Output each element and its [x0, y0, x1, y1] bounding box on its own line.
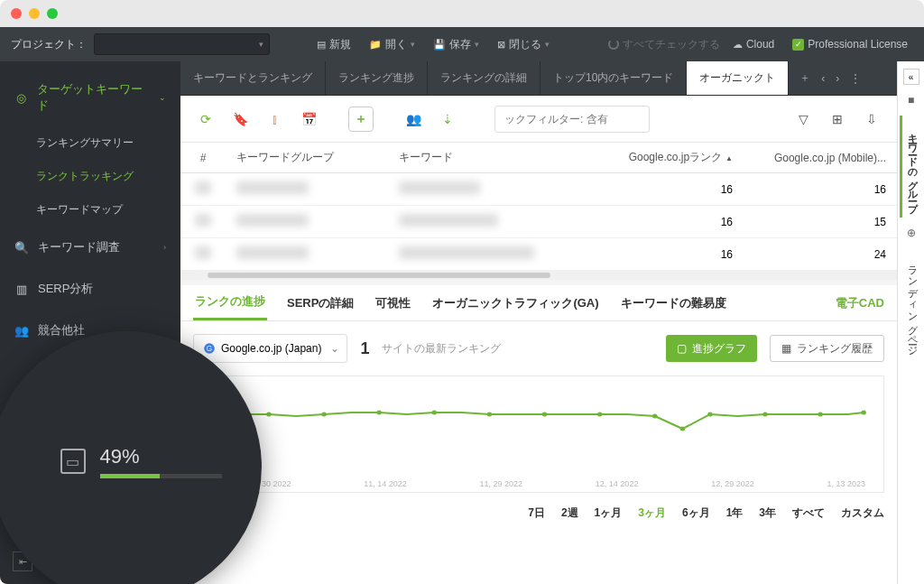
chart-controls: G Google.co.jp (Japan) 1 サイトの最新ランキング ▢進捗… [180, 321, 897, 375]
vtab-landing-pages[interactable]: ランディングページ [900, 248, 923, 362]
dtab-visibility[interactable]: 可視性 [374, 285, 412, 320]
project-label: プロジェクト： [11, 37, 87, 52]
progress-bar [100, 474, 222, 478]
tab-menu-button[interactable]: ⋮ [846, 72, 864, 85]
open-button[interactable]: 📁開く▾ [364, 37, 420, 52]
target-icon: ◎ [14, 91, 28, 105]
dtab-cad-label: 電子CAD [836, 295, 884, 311]
chart-date: 1, 13 2023 [827, 479, 865, 488]
tab-top10-keywords[interactable]: トップ10内のキーワード [541, 61, 687, 95]
range-custom[interactable]: カスタム [841, 505, 884, 521]
range-all[interactable]: すべて [792, 505, 825, 521]
check-all-label: すべてチェックする [623, 37, 720, 52]
project-select[interactable]: ▾ [94, 33, 270, 55]
tab-ranking-details[interactable]: ランキングの詳細 [428, 61, 541, 95]
cloud-button[interactable]: ☁Cloud [727, 38, 780, 51]
dtab-difficulty[interactable]: キーワードの難易度 [619, 285, 728, 320]
col-group[interactable]: キーワードグループ [226, 150, 388, 165]
keyword-table: # キーワードグループ キーワード Google.co.jpランク Google… [180, 143, 897, 280]
range-2w[interactable]: 2週 [561, 505, 578, 521]
svg-point-6 [432, 411, 437, 415]
sidebar-item-keyword-research[interactable]: 🔍 キーワード調査 › [0, 227, 180, 268]
svg-point-4 [321, 413, 326, 417]
table-row[interactable]: 16 24 [180, 238, 897, 271]
col-google-mobile-rank[interactable]: Google.co.jp (Mobile)... [744, 152, 897, 164]
grid-icon[interactable]: ⊞ [825, 107, 850, 132]
table-row[interactable]: 16 16 [180, 173, 897, 206]
refresh-check-icon[interactable]: ⟳ [193, 107, 218, 132]
license-label: Professional License [808, 38, 908, 51]
range-7d[interactable]: 7日 [528, 505, 545, 521]
svg-point-9 [597, 413, 602, 417]
table-toolbar: ⟳ 🔖 ⫿ 📅 ＋ 👥 ⇣ ▽ ⊞ ⇩ [180, 96, 897, 143]
new-button[interactable]: ▤新規 [311, 37, 356, 52]
blurred-value [399, 181, 480, 194]
range-3y[interactable]: 3年 [759, 505, 776, 521]
svg-point-13 [762, 413, 767, 417]
top-toolbar: プロジェクト： ▾ ▤新規 📁開く▾ 💾保存▾ ⊠閉じる▾ すべてチェックする … [0, 27, 924, 61]
tab-prev-button[interactable]: ‹ [818, 72, 828, 85]
collapse-right-button[interactable]: « [903, 69, 919, 85]
sidebar-item-keyword-map[interactable]: キーワードマップ [0, 193, 180, 227]
chevron-down-icon: ▾ [475, 40, 479, 49]
chart-date: 11, 14 2022 [364, 479, 407, 488]
license-indicator: ✓Professional License [787, 38, 913, 51]
horizontal-scrollbar[interactable] [180, 271, 897, 280]
blurred-value [195, 181, 211, 194]
vtab-keyword-groups[interactable]: キーワードのグループ [900, 116, 923, 218]
dtab-serp-detail[interactable]: SERPの詳細 [285, 285, 356, 320]
se-selected-label: Google.co.jp (Japan) [221, 342, 321, 355]
tab-next-button[interactable]: › [832, 72, 843, 85]
sidebar-item-target-keywords[interactable]: ◎ ターゲットキーワード ⌄ [0, 69, 180, 126]
export-icon[interactable]: ⇩ [859, 107, 884, 132]
sidebar-item-rank-tracking[interactable]: ランクトラッキング [0, 160, 180, 193]
chart-tool-icon[interactable]: ⫿ [262, 107, 287, 132]
tag-tool-icon[interactable]: 🔖 [227, 107, 253, 132]
col-google-rank[interactable]: Google.co.jpランク [599, 150, 744, 165]
globe-icon: ⊕ [907, 227, 916, 239]
sidebar-item-ranking-summary[interactable]: ランキングサマリー [0, 126, 180, 160]
chevron-down-icon: ▾ [545, 40, 550, 49]
tab-ranking-progress[interactable]: ランキング進捗 [326, 61, 428, 95]
col-keyword[interactable]: キーワード [388, 150, 599, 165]
close-window-icon[interactable] [11, 8, 22, 19]
latest-rank-value: 1 [360, 339, 369, 358]
check-icon: ✓ [792, 39, 804, 51]
search-engine-select[interactable]: G Google.co.jp (Japan) [193, 334, 347, 363]
check-all-button[interactable]: すべてチェックする [608, 37, 720, 52]
range-3m[interactable]: 3ヶ月 [638, 505, 666, 521]
save-label: 保存 [449, 37, 471, 52]
table-row[interactable]: 16 15 [180, 206, 897, 238]
svg-point-10 [652, 414, 657, 419]
tab-organic[interactable]: オーガニックト [687, 61, 789, 95]
add-tab-button[interactable]: ＋ [796, 70, 814, 86]
schedule-tool-icon[interactable]: 📅 [296, 107, 321, 132]
blurred-value [399, 246, 534, 259]
dtab-rank-progress[interactable]: ランクの進捗 [193, 285, 267, 320]
range-1m[interactable]: 1ヶ月 [595, 505, 623, 521]
filter-icon[interactable]: ▽ [790, 107, 816, 132]
close-project-button[interactable]: ⊠閉じる▾ [492, 37, 555, 52]
scrollbar-thumb[interactable] [208, 273, 550, 278]
blurred-value [195, 214, 211, 227]
dtab-organic-ga[interactable]: オーガニックトラフィック(GA) [430, 285, 600, 320]
date-range-selector: 7日 2週 1ヶ月 3ヶ月 6ヶ月 1年 3年 すべて カスタム [180, 493, 897, 533]
cell-rank2: 24 [744, 248, 897, 261]
range-6m[interactable]: 6ヶ月 [682, 505, 710, 521]
folder-icon: ■ [908, 94, 914, 107]
add-keyword-button[interactable]: ＋ [348, 107, 374, 132]
range-1y[interactable]: 1年 [726, 505, 744, 521]
col-number[interactable]: # [180, 152, 226, 164]
sidebar-item-serp-analysis[interactable]: ▥ SERP分析 [0, 268, 180, 310]
import-tool-icon[interactable]: ⇣ [435, 107, 460, 132]
open-label: 開く [385, 37, 407, 52]
tab-keywords-ranking[interactable]: キーワードとランキング [180, 61, 326, 95]
ranking-history-button[interactable]: ▦ランキング履歴 [770, 335, 884, 362]
maximize-window-icon[interactable] [47, 8, 58, 19]
quick-filter-input[interactable] [494, 106, 650, 133]
save-button[interactable]: 💾保存▾ [428, 37, 485, 52]
progress-graph-button[interactable]: ▢進捗グラフ [666, 335, 757, 362]
group-tool-icon[interactable]: 👥 [401, 107, 426, 132]
minimize-window-icon[interactable] [29, 8, 40, 19]
table-header: # キーワードグループ キーワード Google.co.jpランク Google… [180, 143, 897, 173]
